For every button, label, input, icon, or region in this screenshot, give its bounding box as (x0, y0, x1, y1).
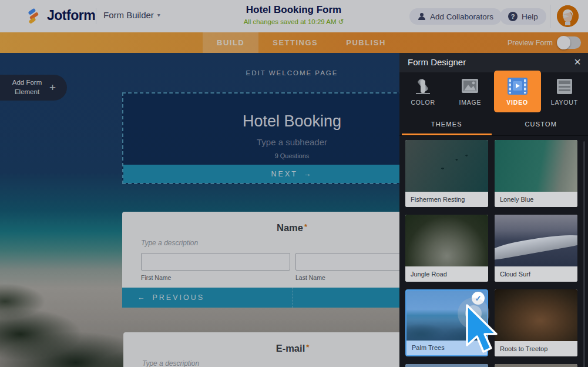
color-icon (413, 78, 433, 95)
theme-name: Fishermen Resting (405, 192, 488, 207)
sub-tab-themes[interactable]: THEMES (399, 112, 494, 135)
cursor-icon (465, 303, 500, 356)
airplane-wing (495, 229, 577, 262)
panel-scrollbar[interactable] (583, 141, 585, 367)
theme-thumbnail (495, 140, 577, 192)
theme-card-partial[interactable] (495, 364, 577, 367)
tab-video[interactable]: VIDEO (494, 71, 541, 112)
layout-icon (555, 78, 574, 95)
theme-card-partial[interactable] (405, 364, 488, 367)
theme-thumbnail (495, 289, 577, 341)
close-icon[interactable]: × (574, 55, 581, 69)
theme-thumbnail (405, 215, 488, 266)
theme-name: Lonely Blue (495, 192, 577, 207)
image-icon (460, 78, 480, 95)
panel-header: Form Designer × (399, 53, 588, 72)
theme-thumbnail (495, 364, 577, 367)
panel-title: Form Designer (408, 57, 466, 67)
theme-card-jungle-road[interactable]: Jungle Road (405, 215, 488, 282)
dim-overlay (0, 53, 399, 367)
theme-thumbnail (405, 364, 488, 367)
app-window: Jotform Form Builder ▾ Hotel Booking For… (0, 0, 588, 367)
video-icon (507, 77, 528, 95)
theme-thumbnail (405, 140, 488, 192)
theme-card-cloud-surf[interactable]: Cloud Surf (495, 215, 577, 282)
tab-image[interactable]: IMAGE (446, 71, 493, 112)
theme-card-fishermen-resting[interactable]: Fishermen Resting (405, 140, 488, 207)
theme-thumbnail (495, 215, 577, 266)
theme-card-lonely-blue[interactable]: Lonely Blue (495, 140, 577, 207)
sub-tab-custom[interactable]: CUSTOM (494, 112, 588, 135)
theme-card-roots-to-treetop[interactable]: Roots to Treetop (495, 289, 577, 356)
theme-name: Cloud Surf (495, 266, 577, 282)
tab-layout[interactable]: LAYOUT (541, 71, 588, 112)
theme-name: Roots to Treetop (495, 341, 577, 356)
designer-sub-tabs: THEMES CUSTOM (399, 112, 588, 136)
designer-tabs: COLOR IMAGE (399, 71, 588, 112)
tab-color[interactable]: COLOR (399, 71, 446, 112)
dim-overlay (0, 0, 588, 53)
theme-name: Jungle Road (405, 266, 488, 282)
